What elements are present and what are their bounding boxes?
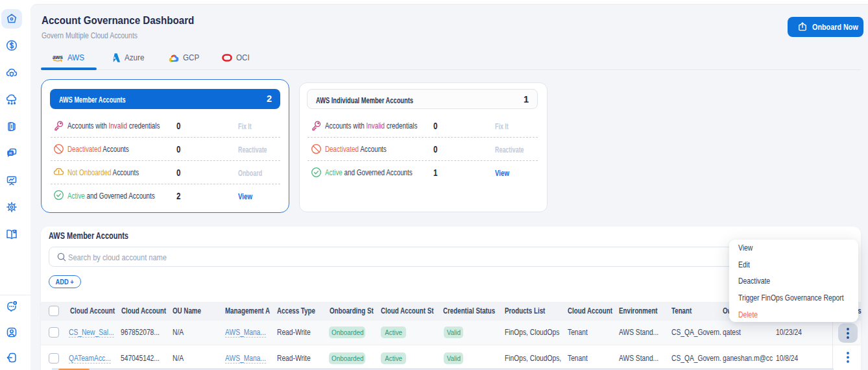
- svg-text:AI: AI: [9, 152, 12, 155]
- svg-text:aws: aws: [53, 54, 63, 60]
